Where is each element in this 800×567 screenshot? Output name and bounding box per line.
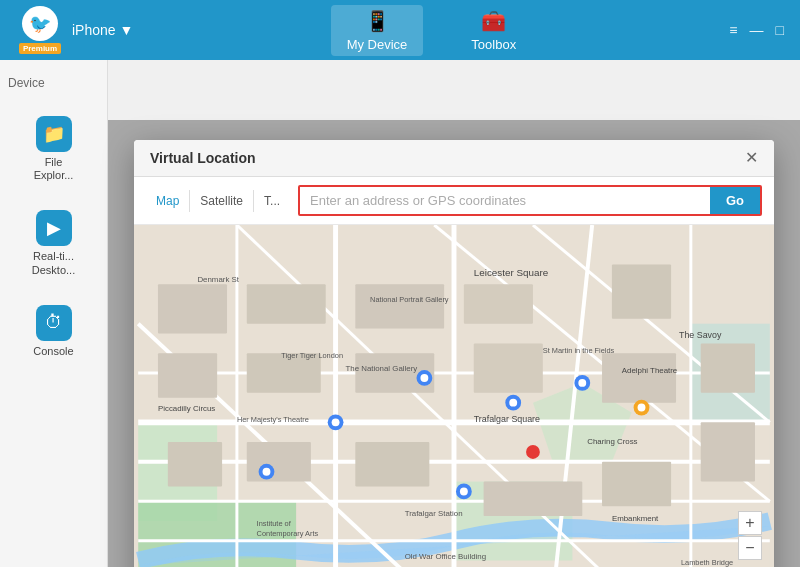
svg-text:St Martin in the Fields: St Martin in the Fields bbox=[543, 346, 615, 355]
map-svg: Leicester Square Trafalgar Square Charin… bbox=[134, 225, 774, 567]
modal-title: Virtual Location bbox=[150, 150, 256, 166]
svg-point-44 bbox=[578, 379, 586, 387]
svg-text:Leicester Square: Leicester Square bbox=[474, 267, 549, 278]
svg-text:Lambeth Bridge: Lambeth Bridge bbox=[681, 558, 733, 567]
svg-rect-20 bbox=[158, 284, 227, 333]
svg-rect-36 bbox=[701, 343, 755, 392]
tab-map[interactable]: Map bbox=[146, 190, 190, 212]
svg-rect-29 bbox=[168, 442, 222, 486]
map-tabs: Map Satellite T... bbox=[146, 190, 290, 212]
svg-rect-25 bbox=[158, 353, 217, 397]
svg-text:Trafalgar Square: Trafalgar Square bbox=[474, 414, 540, 424]
toolbox-icon: 🧰 bbox=[481, 9, 506, 33]
svg-rect-21 bbox=[247, 284, 326, 323]
tab-terrain[interactable]: T... bbox=[254, 190, 290, 212]
map-area: Leicester Square Trafalgar Square Charin… bbox=[134, 225, 774, 567]
svg-text:Denmark St: Denmark St bbox=[197, 275, 239, 284]
sidebar-label-console: Console bbox=[33, 345, 73, 358]
maximize-button[interactable]: □ bbox=[776, 22, 784, 38]
svg-text:The National Gallery: The National Gallery bbox=[345, 364, 417, 373]
sidebar-header: Device bbox=[8, 72, 99, 94]
modal-toolbar: Map Satellite T... Go bbox=[134, 177, 774, 225]
top-nav: 📱 My Device 🧰 Toolbox bbox=[133, 5, 729, 56]
svg-point-42 bbox=[332, 418, 340, 426]
app-branding: 🐦 Premium iPhone ▼ bbox=[16, 6, 133, 54]
svg-text:Her Majesty's Theatre: Her Majesty's Theatre bbox=[237, 415, 309, 424]
premium-badge: Premium bbox=[19, 43, 61, 54]
menu-button[interactable]: ≡ bbox=[729, 22, 737, 38]
console-icon: ⏱ bbox=[36, 305, 72, 341]
nav-label-my-device: My Device bbox=[347, 37, 408, 52]
svg-text:Charing Cross: Charing Cross bbox=[587, 437, 637, 446]
sidebar-label-realtime: Real-ti...Deskto... bbox=[32, 250, 75, 276]
svg-text:Trafalgar Station: Trafalgar Station bbox=[405, 509, 463, 518]
realtime-icon: ▶ bbox=[36, 210, 72, 246]
modal-close-button[interactable]: ✕ bbox=[745, 150, 758, 166]
svg-point-38 bbox=[420, 374, 428, 382]
svg-rect-35 bbox=[602, 353, 676, 402]
minimize-button[interactable]: — bbox=[750, 22, 764, 38]
zoom-out-button[interactable]: − bbox=[738, 536, 762, 560]
svg-point-46 bbox=[263, 468, 271, 476]
sidebar-label-file-explorer: FileExplor... bbox=[34, 156, 74, 182]
device-selector[interactable]: iPhone ▼ bbox=[72, 22, 133, 38]
svg-text:Piccadilly Circus: Piccadilly Circus bbox=[158, 404, 215, 413]
virtual-location-modal: Virtual Location ✕ Map Satellite T... Go bbox=[134, 140, 774, 567]
svg-text:Institute of: Institute of bbox=[257, 519, 292, 528]
svg-text:Old War Office Building: Old War Office Building bbox=[405, 552, 486, 561]
app-logo: 🐦 Premium bbox=[16, 6, 64, 54]
search-container: Go bbox=[298, 185, 762, 216]
device-name: iPhone bbox=[72, 22, 116, 38]
nav-item-toolbox[interactable]: 🧰 Toolbox bbox=[455, 5, 532, 56]
top-bar: 🐦 Premium iPhone ▼ 📱 My Device 🧰 Toolbox… bbox=[0, 0, 800, 60]
file-explorer-icon: 📁 bbox=[36, 116, 72, 152]
logo-icon: 🐦 bbox=[22, 6, 58, 41]
svg-text:Contemporary Arts: Contemporary Arts bbox=[257, 529, 319, 538]
main-content: Device 📁 FileExplor... ▶ Real-ti...Deskt… bbox=[0, 60, 800, 567]
modal-header: Virtual Location ✕ bbox=[134, 140, 774, 177]
tab-satellite[interactable]: Satellite bbox=[190, 190, 254, 212]
svg-point-48 bbox=[460, 488, 468, 496]
my-device-icon: 📱 bbox=[365, 9, 390, 33]
sidebar-item-file-explorer[interactable]: 📁 FileExplor... bbox=[8, 106, 99, 192]
modal-overlay: Virtual Location ✕ Map Satellite T... Go bbox=[108, 120, 800, 567]
page-background: Virtual Location ✕ Map Satellite T... Go bbox=[108, 60, 800, 567]
svg-rect-23 bbox=[464, 284, 533, 323]
window-controls: ≡ — □ bbox=[729, 22, 784, 38]
map-zoom-controls: + − bbox=[738, 511, 762, 560]
chevron-down-icon: ▼ bbox=[120, 22, 134, 38]
svg-rect-34 bbox=[701, 422, 755, 481]
svg-text:Adelphi Theatre: Adelphi Theatre bbox=[622, 366, 678, 375]
svg-text:Embankment: Embankment bbox=[612, 514, 659, 523]
svg-rect-31 bbox=[355, 442, 429, 486]
svg-rect-22 bbox=[355, 284, 444, 328]
sidebar-item-realtime-desktop[interactable]: ▶ Real-ti...Deskto... bbox=[8, 200, 99, 286]
sidebar-item-console[interactable]: ⏱ Console bbox=[8, 295, 99, 368]
nav-label-toolbox: Toolbox bbox=[471, 37, 516, 52]
svg-point-40 bbox=[509, 399, 517, 407]
svg-rect-24 bbox=[612, 264, 671, 318]
svg-text:Tiger Tiger London: Tiger Tiger London bbox=[281, 351, 343, 360]
svg-text:The Savoy: The Savoy bbox=[679, 330, 722, 340]
location-search-input[interactable] bbox=[300, 187, 710, 214]
svg-text:National Portrait Gallery: National Portrait Gallery bbox=[370, 295, 449, 304]
svg-point-49 bbox=[526, 445, 540, 459]
svg-point-51 bbox=[638, 404, 646, 412]
sidebar: Device 📁 FileExplor... ▶ Real-ti...Deskt… bbox=[0, 60, 108, 567]
zoom-in-button[interactable]: + bbox=[738, 511, 762, 535]
svg-rect-30 bbox=[247, 442, 311, 481]
go-button[interactable]: Go bbox=[710, 187, 760, 214]
svg-rect-32 bbox=[484, 482, 583, 517]
nav-item-my-device[interactable]: 📱 My Device bbox=[331, 5, 424, 56]
svg-rect-28 bbox=[474, 343, 543, 392]
svg-rect-33 bbox=[602, 462, 671, 506]
